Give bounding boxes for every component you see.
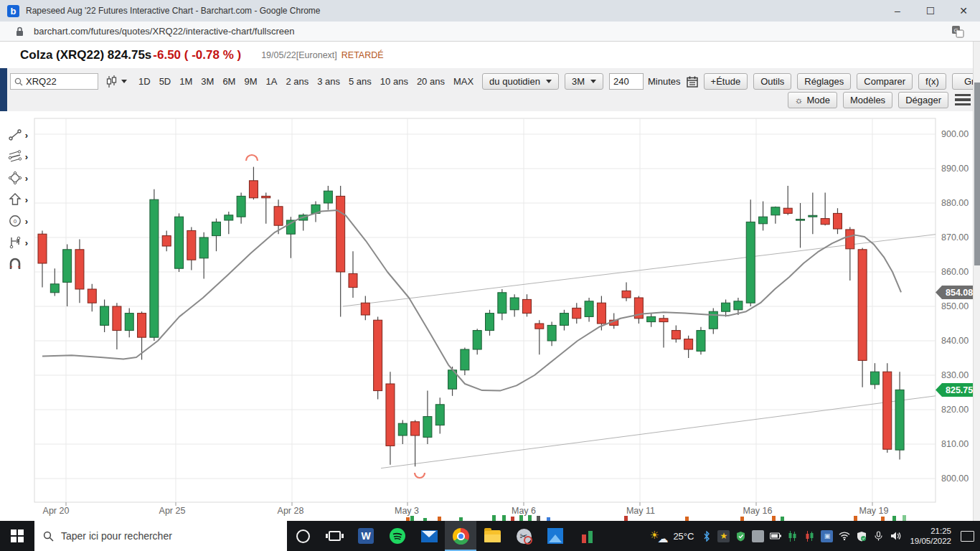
- candle: [100, 306, 109, 325]
- chevron-down-icon: [546, 80, 552, 83]
- candle: [150, 199, 159, 337]
- period-2-ans[interactable]: 2 ans: [286, 76, 308, 87]
- period-6m[interactable]: 6M: [222, 76, 235, 87]
- templates-button[interactable]: Modèles: [843, 92, 892, 108]
- candle: [883, 372, 892, 449]
- candle: [697, 331, 705, 352]
- bluetooth-icon[interactable]: [700, 530, 712, 542]
- system-tray: ☀☁ 25°C ★ ▣: [649, 521, 980, 551]
- period-5d[interactable]: 5D: [159, 76, 171, 87]
- symbol-search[interactable]: [10, 73, 98, 90]
- candle: [547, 325, 556, 341]
- period-1m[interactable]: 1M: [179, 76, 192, 87]
- minimize-button[interactable]: –: [881, 0, 914, 22]
- translate-icon[interactable]: G: [951, 25, 964, 38]
- candle: [486, 314, 494, 331]
- candlestick-type-icon: [105, 75, 117, 88]
- defender-icon[interactable]: [855, 530, 867, 542]
- mic-icon[interactable]: [872, 530, 885, 542]
- period-max[interactable]: MAX: [453, 76, 473, 87]
- notification-center-icon[interactable]: [961, 531, 974, 542]
- period-9m[interactable]: 9M: [244, 76, 257, 87]
- candle: [212, 222, 220, 235]
- arrow-tool[interactable]: ›: [0, 189, 33, 210]
- tray-icon-chart-green[interactable]: [786, 530, 798, 542]
- tray-icon-chart-red[interactable]: [804, 530, 816, 542]
- cortana-button[interactable]: [287, 521, 319, 551]
- svg-text:May 19: May 19: [859, 506, 889, 516]
- fibonacci-tool[interactable]: ›: [0, 146, 33, 167]
- tray-icon-star[interactable]: ★: [717, 530, 730, 542]
- drawing-tools-sidebar: › › › › 0 › ›: [0, 124, 33, 275]
- task-view-button[interactable]: [319, 521, 350, 551]
- trendline-tool[interactable]: ›: [0, 124, 33, 146]
- period-1d[interactable]: 1D: [138, 76, 151, 87]
- period-3-ans[interactable]: 3 ans: [317, 76, 340, 87]
- period-3m[interactable]: 3M: [201, 76, 214, 87]
- tray-icon-battery[interactable]: [769, 530, 781, 542]
- fx-button[interactable]: f(x): [918, 73, 946, 90]
- measure-tool[interactable]: ›: [0, 232, 33, 253]
- candle: [125, 314, 133, 331]
- scrollbar-thumb[interactable]: [974, 83, 980, 265]
- candle: [324, 191, 332, 203]
- minutes-input[interactable]: [609, 73, 644, 90]
- candle: [833, 213, 842, 229]
- candle: [783, 208, 792, 213]
- price-chart[interactable]: 900.00890.00880.00870.00860.00850.00840.…: [0, 111, 973, 521]
- period-10-ans[interactable]: 10 ans: [380, 76, 408, 87]
- menu-icon[interactable]: [955, 94, 971, 105]
- speaker-icon[interactable]: [890, 530, 902, 542]
- page-scrollbar[interactable]: [973, 42, 980, 521]
- period-1a[interactable]: 1A: [266, 76, 278, 87]
- frequency-select[interactable]: du quotidien: [482, 73, 559, 90]
- range-select[interactable]: 3M: [565, 73, 603, 90]
- settings-button[interactable]: Réglages: [797, 73, 851, 90]
- tray-icon-usb[interactable]: [752, 530, 764, 542]
- chevron-right-icon: ›: [25, 130, 28, 141]
- x-axis: Apr 20Apr 25Apr 28May 3May 6May 11May 16…: [43, 502, 889, 516]
- magnet-tool[interactable]: [0, 253, 33, 275]
- word-app[interactable]: W: [350, 521, 382, 551]
- scissors-icon: ✂: [517, 529, 532, 544]
- minutes-label: Minutes: [648, 76, 681, 87]
- period-20-ans[interactable]: 20 ans: [417, 76, 445, 87]
- mode-button[interactable]: ☼ Mode: [788, 92, 837, 108]
- ellipse-tool[interactable]: 0 ›: [0, 210, 33, 232]
- temperature-label[interactable]: 25°C: [673, 531, 694, 542]
- file-explorer-app[interactable]: [476, 521, 508, 551]
- maximize-button[interactable]: ☐: [914, 0, 947, 22]
- snipping-tool-app[interactable]: ✂: [508, 521, 540, 551]
- stocks-app[interactable]: [571, 521, 603, 551]
- photos-app[interactable]: [540, 521, 571, 551]
- svg-text:Apr 28: Apr 28: [278, 506, 304, 516]
- address-bar[interactable]: barchart.com/futures/quotes/XRQ22/intera…: [0, 22, 980, 42]
- svg-text:900.00: 900.00: [941, 129, 969, 139]
- tray-icon-display[interactable]: ▣: [821, 530, 833, 542]
- clear-button[interactable]: Dégager: [898, 92, 948, 108]
- candle: [684, 339, 693, 349]
- mail-app[interactable]: [413, 521, 445, 551]
- period-5-ans[interactable]: 5 ans: [349, 76, 372, 87]
- wifi-icon[interactable]: [838, 530, 850, 542]
- tray-icon-shield-check[interactable]: [735, 530, 747, 542]
- spotify-app[interactable]: [382, 521, 413, 551]
- candle: [336, 196, 345, 272]
- url-text[interactable]: barchart.com/futures/quotes/XRQ22/intera…: [34, 26, 294, 37]
- weather-icon[interactable]: ☀☁: [649, 529, 666, 543]
- compare-button[interactable]: Comparer: [857, 73, 913, 90]
- shapes-tool[interactable]: ›: [0, 167, 33, 189]
- svg-text:Apr 20: Apr 20: [43, 506, 70, 516]
- candle: [374, 320, 382, 390]
- candle: [199, 237, 208, 258]
- start-button[interactable]: [0, 521, 34, 551]
- tools-button[interactable]: Outils: [753, 73, 791, 90]
- chart-type-select[interactable]: [105, 75, 127, 88]
- taskbar-clock[interactable]: 21:25 19/05/2022: [910, 526, 951, 546]
- taskbar-search[interactable]: Taper ici pour rechercher: [34, 521, 287, 551]
- chrome-app[interactable]: [445, 521, 476, 551]
- close-button[interactable]: ✕: [947, 0, 980, 22]
- symbol-search-input[interactable]: [26, 76, 90, 87]
- calendar-icon[interactable]: [687, 76, 698, 88]
- add-study-button[interactable]: +Étude: [704, 73, 748, 90]
